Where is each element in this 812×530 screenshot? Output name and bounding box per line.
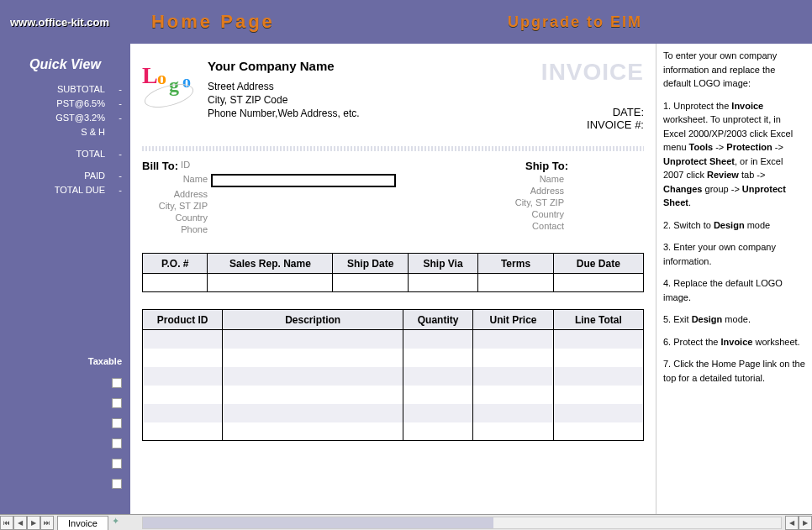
description-header: Description <box>223 310 403 330</box>
linetotal-header: Line Total <box>553 310 643 330</box>
ship-contact-label: Contact <box>421 221 564 231</box>
home-page-link[interactable]: Home Page <box>151 11 275 33</box>
bill-country-label: Country <box>142 213 208 223</box>
scroll-left-button[interactable]: ◀ <box>785 516 799 530</box>
taxable-checkbox-2[interactable] <box>112 398 122 408</box>
invoice-sheet[interactable]: Logo Your Company Name Street Address Ci… <box>130 44 656 514</box>
ship-contact-input[interactable] <box>567 221 644 231</box>
scroll-right-button[interactable]: ▶ <box>799 516 812 530</box>
company-name[interactable]: Your Company Name <box>208 59 541 73</box>
qv-paid-label: PAID <box>8 171 105 181</box>
tab-nav-first[interactable]: ⏮ <box>0 516 13 530</box>
unitprice-header: Unit Price <box>473 310 553 330</box>
item-row <box>143 349 644 367</box>
shipvia-cell[interactable] <box>408 274 477 292</box>
ship-country-input[interactable] <box>567 209 644 219</box>
company-phone[interactable]: Phone Number,Web Address, etc. <box>208 107 541 120</box>
main-layout: Quick View SUBTOTAL- PST@6.5%- GST@3.2%-… <box>0 44 812 514</box>
shipdate-cell[interactable] <box>333 274 408 292</box>
item-row <box>143 404 644 422</box>
qv-sh-label: S & H <box>8 127 105 137</box>
tab-nav-prev[interactable]: ◀ <box>13 516 27 530</box>
date-label: DATE: <box>541 106 644 118</box>
help-step-2: 2. Switch to Design mode <box>663 218 805 233</box>
quantity-header: Quantity <box>403 310 472 330</box>
new-sheet-icon[interactable]: ✦ <box>112 516 125 529</box>
bill-name-label: Name <box>142 174 208 187</box>
left-panel: Quick View SUBTOTAL- PST@6.5%- GST@3.2%-… <box>0 44 130 514</box>
po-header: P.O. # <box>143 254 208 274</box>
bill-cityzip-label: City, ST ZIP <box>142 201 208 211</box>
item-row <box>143 386 644 404</box>
ship-name-input[interactable] <box>567 174 644 184</box>
tab-nav-next[interactable]: ▶ <box>27 516 40 530</box>
terms-cell[interactable] <box>478 274 553 292</box>
item-row <box>143 422 644 441</box>
qv-due-label: TOTAL DUE <box>8 185 105 195</box>
qv-gst-label: GST@3.2% <box>8 113 105 123</box>
bill-address-input[interactable] <box>211 189 396 199</box>
logo-placeholder: Logo <box>142 59 203 109</box>
item-row <box>143 367 644 386</box>
horizontal-scrollbar[interactable] <box>142 517 782 529</box>
top-bar: www.office-kit.com Home Page Upgrade to … <box>0 0 812 44</box>
ship-country-label: Country <box>421 209 564 219</box>
bill-name-input[interactable] <box>211 174 396 187</box>
qv-gst-value: - <box>105 113 122 123</box>
company-city[interactable]: City, ST ZIP Code <box>208 93 541 107</box>
taxable-checkbox-1[interactable] <box>112 378 122 388</box>
bill-to-block: Bill To:ID Name Address City, ST ZIP Cou… <box>142 160 396 236</box>
terms-header: Terms <box>478 254 553 274</box>
sheet-tabs-bar: ⏮ ◀ ▶ ⏭ Invoice ✦ ◀ ▶ <box>0 514 812 530</box>
help-step-7: 7. Click the Home Page link on the top f… <box>663 357 805 385</box>
order-info-table: P.O. # Sales Rep. Name Ship Date Ship Vi… <box>142 253 644 292</box>
qv-pst-label: PST@6.5% <box>8 98 105 108</box>
bill-cityzip-input[interactable] <box>211 201 396 211</box>
qv-total-label: TOTAL <box>8 149 105 159</box>
quick-view-title: Quick View <box>7 57 124 72</box>
site-url[interactable]: www.office-kit.com <box>10 16 109 29</box>
bill-phone-label: Phone <box>142 224 208 234</box>
qv-paid-value: - <box>105 171 122 181</box>
taxable-label: Taxable <box>7 356 122 366</box>
taxable-checkbox-3[interactable] <box>112 418 122 428</box>
taxable-checkbox-4[interactable] <box>112 438 122 449</box>
ship-address-label: Address <box>421 186 564 196</box>
shipdate-header: Ship Date <box>333 254 408 274</box>
taxable-checkbox-5[interactable] <box>112 459 122 469</box>
taxable-checkbox-6[interactable] <box>112 479 122 489</box>
help-panel: To enter your own company information an… <box>656 44 812 514</box>
bill-to-title: Bill To: <box>142 160 178 172</box>
po-cell[interactable] <box>143 274 208 292</box>
qv-subtotal-value: - <box>105 84 122 94</box>
duedate-header: Due Date <box>553 254 643 274</box>
ship-to-title: Ship To: <box>525 160 568 172</box>
sheet-tab-invoice[interactable]: Invoice <box>57 516 108 530</box>
bill-address-label: Address <box>142 189 208 199</box>
ship-to-block: Ship To: Name Address City, ST ZIP Count… <box>421 160 644 236</box>
upgrade-link[interactable]: Upgrade to EIM <box>508 13 642 31</box>
qv-pst-value: - <box>105 98 122 108</box>
productid-header: Product ID <box>143 310 223 330</box>
divider <box>142 146 644 151</box>
invoice-num-label: INVOICE #: <box>541 118 644 131</box>
help-step-1: 1. Unprotect the Invoice worksheet. To u… <box>663 99 805 210</box>
duedate-cell[interactable] <box>553 274 643 292</box>
shipvia-header: Ship Via <box>408 254 477 274</box>
bill-country-input[interactable] <box>211 213 396 223</box>
qv-sh-value <box>105 127 122 137</box>
help-step-6: 6. Protect the Invoice worksheet. <box>663 335 805 349</box>
help-step-4: 4. Replace the default LOGO image. <box>663 276 805 304</box>
help-intro: To enter your own company information an… <box>663 49 805 91</box>
salesrep-cell[interactable] <box>208 274 333 292</box>
ship-cityzip-input[interactable] <box>567 197 644 207</box>
tab-nav-last[interactable]: ⏭ <box>40 516 54 530</box>
bill-phone-input[interactable] <box>211 224 396 234</box>
salesrep-header: Sales Rep. Name <box>208 254 333 274</box>
help-step-3: 3. Enter your own company information. <box>663 240 805 268</box>
company-street[interactable]: Street Address <box>208 80 541 93</box>
bill-to-id: ID <box>181 160 190 172</box>
ship-name-label: Name <box>421 174 564 184</box>
ship-address-input[interactable] <box>567 186 644 196</box>
item-row <box>143 330 644 349</box>
